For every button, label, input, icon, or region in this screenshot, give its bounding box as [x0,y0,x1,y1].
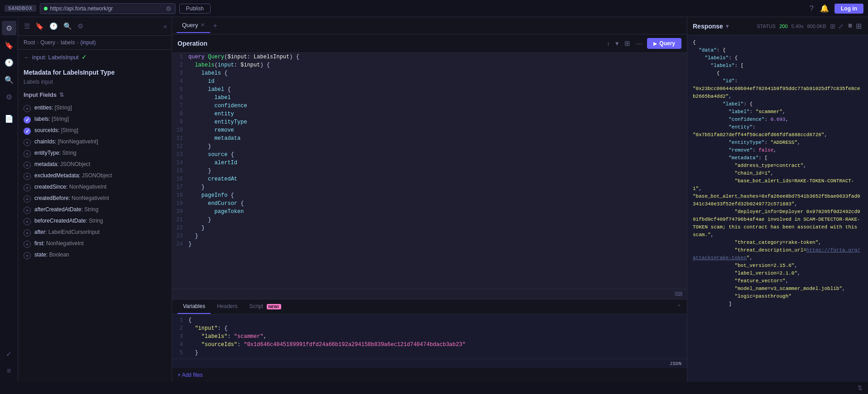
tab-query[interactable]: Query ✕ [177,18,210,33]
field-icon-plus[interactable]: + [24,161,31,169]
expand-icon[interactable]: ⌃ [676,304,681,310]
url-settings-icon[interactable]: ⚙ [166,5,172,12]
rail-icon-history[interactable]: 🕐 [2,55,16,70]
rail-icon-docs[interactable]: 📄 [2,111,16,126]
field-text: sourceIds: [String] [34,127,78,133]
field-icon-plus[interactable]: + [24,241,31,248]
code-line-12: 12 } [172,142,687,151]
var-line-4: 4 "sourceIds": "0x1d646c4045189991fdfd24… [172,341,687,349]
add-files-label: + Add files [177,372,203,378]
rail-icon-bottom[interactable]: ≡ [2,364,16,378]
toolbar-settings-icon[interactable]: ⚙ [76,21,85,32]
center-panel: Query ✕ + Operation ↑ ▾ ⊞ ⋯ ▶ Query 1 [172,17,687,382]
response-chevron-icon[interactable]: ▾ [726,23,729,29]
tab-bar: Query ✕ + [172,17,687,34]
breadcrumb-labels[interactable]: labels [61,39,75,46]
field-text: metadata: JSONObject [34,161,90,167]
publish-button[interactable]: Publish [179,4,211,14]
run-query-button[interactable]: ▶ Query [647,38,681,49]
toolbar-bookmark-icon[interactable]: 🔖 [34,21,45,32]
field-item: +afterCreatedAtDate: String [24,204,166,216]
tab-query-label: Query [182,22,198,28]
view-toggle: ≡ ⊞ [847,21,863,31]
response-copy-icon[interactable]: ⊞ [830,23,835,30]
breadcrumb-current: (input) [80,39,96,46]
back-arrow-icon[interactable]: ← [24,54,29,61]
field-text: first: NonNegativeInt [34,240,84,247]
code-line-19: 19 endCursor { [172,199,687,208]
code-line-22: 22 } [172,224,687,232]
dropdown-icon[interactable]: ▾ [614,38,620,48]
topbar-right: ? 🔔 Log in [809,3,863,14]
field-icon-plus[interactable]: + [24,173,31,180]
fields-list: +entities: [String]✓labels: [String]✓sou… [24,103,166,261]
rail-icon-check[interactable]: ✓ [2,347,16,361]
tab-add-button[interactable]: + [211,22,219,30]
field-text: state: Boolean [34,252,69,258]
code-line-20: 20 pageToken [172,208,687,216]
code-line-23: 23 } [172,232,687,240]
response-header: Response ▾ STATUS 200 5.40s 800.0KB ⊞ ⤢ … [687,17,868,35]
collapse-sidebar-button[interactable]: « [163,23,167,30]
back-label: input: LabelsInput [32,54,79,61]
grid-view-icon[interactable]: ⊞ [855,21,863,31]
field-icon-plus[interactable]: + [24,184,31,191]
rail-icon-tools[interactable]: ⚙ [2,21,16,35]
field-icon-plus[interactable]: + [24,218,31,225]
doc-content: Metadata for LabelsInput Type Labels inp… [18,64,172,382]
rail-icon-search[interactable]: 🔍 [2,72,16,87]
status-dot [44,7,48,10]
rail-icon-bookmark[interactable]: 🔖 [2,38,16,52]
code-line-17: 17 } [172,183,687,191]
editor-footer: ⌨ [172,289,687,299]
expand-panel-button[interactable]: ⇅ [858,385,863,391]
breadcrumb-query[interactable]: Query [40,39,55,46]
sort-icon[interactable]: ⇅ [59,92,64,98]
rail-icon-settings[interactable]: ⚙ [2,90,16,104]
field-item: ✓labels: [String] [24,114,166,125]
field-icon-check[interactable]: ✓ [24,128,31,135]
breadcrumb-root[interactable]: Root [24,39,35,46]
share-icon[interactable]: ↑ [606,39,611,48]
field-icon-plus[interactable]: + [24,195,31,203]
tab-close-icon[interactable]: ✕ [201,22,205,28]
field-icon-plus[interactable]: + [24,105,31,112]
help-icon[interactable]: ? [809,4,815,14]
var-line-2: 2 "input": { [172,324,687,332]
code-line-5: 5 label { [172,85,687,94]
more-icon[interactable]: ⋯ [635,38,643,48]
tab-script[interactable]: Script NEW! [244,299,287,314]
input-fields-header: Input Fields ⇅ [24,91,166,98]
field-icon-plus[interactable]: + [24,207,31,214]
bottom-tabs: Variables Headers Script NEW! ⌃ [172,299,687,314]
field-text: entities: [String] [34,104,72,111]
tab-headers[interactable]: Headers [211,299,243,314]
toolbar-doc-icon[interactable]: ☰ [23,21,31,32]
field-item: +createdBefore: NonNegativeInt [24,193,166,204]
url-bar[interactable]: https://api.forta.network/gr ⚙ [40,3,176,14]
field-text: excludedMetadata: JSONObject [34,172,112,179]
variables-editor[interactable]: 1 { 2 "input": { 3 "labels": "scammer", … [172,314,687,368]
code-editor[interactable]: 1 query Query($input: LabelsInput) { 2 l… [172,53,687,289]
add-files-button[interactable]: + Add files [172,368,687,382]
field-icon-plus[interactable]: + [24,229,31,237]
list-view-icon[interactable]: ≡ [847,21,853,31]
json-label: JSON [172,359,687,368]
toolbar-history-icon[interactable]: 🕐 [48,21,59,32]
field-icon-plus[interactable]: + [24,150,31,157]
field-item: +state: Boolean [24,250,166,261]
field-icon-check[interactable]: ✓ [24,116,31,123]
login-button[interactable]: Log in [834,4,863,14]
response-panel: Response ▾ STATUS 200 5.40s 800.0KB ⊞ ⤢ … [687,17,868,382]
code-line-8: 8 entity [172,110,687,118]
copy-icon[interactable]: ⊞ [623,38,631,48]
toolbar-search-icon[interactable]: 🔍 [62,21,73,32]
notifications-icon[interactable]: 🔔 [819,3,830,14]
field-icon-plus[interactable]: + [24,252,31,259]
var-line-1: 1 { [172,316,687,324]
code-line-21: 21 } [172,216,687,224]
response-expand-icon[interactable]: ⤢ [838,23,844,30]
field-icon-plus[interactable]: + [24,139,31,146]
tab-variables[interactable]: Variables [177,299,211,314]
sidebar-toolbar: ☰ 🔖 🕐 🔍 ⚙ « [18,17,172,36]
